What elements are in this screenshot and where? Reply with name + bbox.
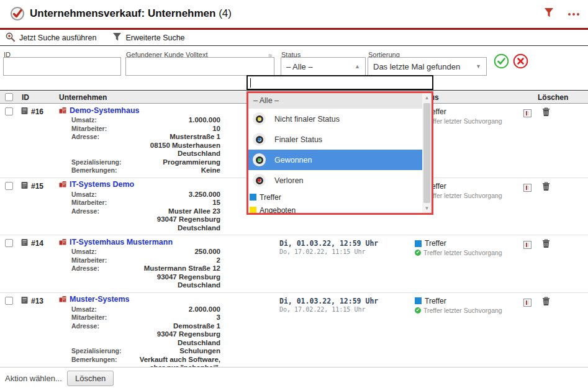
detail-label: Bemerkungen:	[71, 356, 133, 364]
trash-icon[interactable]	[542, 182, 550, 194]
found-date: Di, 01.03.22, 12:59 Uhr	[279, 297, 378, 305]
detail-label: Umsatz:	[71, 305, 133, 314]
advanced-search-label: Erweiterte Suche	[125, 34, 184, 42]
id-filter-input[interactable]	[3, 57, 121, 76]
open-record-icon[interactable]	[523, 298, 531, 309]
chevron-down-icon: ▼	[476, 63, 481, 70]
dropdown-option[interactable]: Nicht finaler Status	[248, 109, 422, 129]
open-record-icon[interactable]	[523, 183, 531, 194]
detail-value: Keine	[133, 166, 220, 175]
status-text: Treffer	[425, 297, 446, 305]
detail-value: Verkauft auch Software,	[133, 356, 220, 364]
detail-value: Deutschland	[133, 281, 220, 290]
detail-value: 3	[133, 314, 220, 322]
action-select[interactable]: Aktion wählen...	[5, 374, 62, 383]
row-id: #16	[31, 107, 43, 116]
footer-bar: Aktion wählen... Löschen	[0, 367, 588, 388]
detail-label: Bemerkungen:	[71, 166, 133, 175]
dropdown-search-input[interactable]	[247, 75, 433, 90]
detail-value: 2.000.000	[133, 305, 220, 314]
status-radio-icon	[253, 133, 266, 146]
detail-value: 2	[133, 256, 220, 265]
detail-label	[71, 273, 133, 282]
dropdown-option[interactable]: Gewonnen	[248, 150, 422, 170]
radio-dot	[258, 179, 261, 182]
status-filter-combobox[interactable]: – Alle – ▲	[281, 57, 366, 76]
detail-value: 93047 Regensburg	[133, 215, 220, 224]
detail-line: Adresse:Mustermann Straße 12	[71, 264, 239, 273]
detail-label	[71, 215, 133, 224]
status-subtext: Treffer letzter Suchvorgang	[423, 248, 502, 257]
trash-icon[interactable]	[542, 239, 550, 251]
detail-label	[71, 142, 133, 150]
delete-button[interactable]: Löschen	[67, 371, 114, 386]
sort-filter-combobox[interactable]: Das letzte Mal gefunden ▼	[368, 57, 487, 76]
dropdown-option[interactable]: Angeboten	[248, 204, 422, 215]
company-link[interactable]: IT-Systems Demo	[70, 180, 134, 189]
company-name-line: IT-Systemhaus Mustermann	[59, 237, 239, 246]
table-row: #14IT-Systemhaus MustermannUmsatz:250.00…	[0, 235, 588, 293]
detail-value: Deutschland	[133, 339, 220, 348]
status-square-icon	[250, 194, 256, 201]
detail-label	[71, 330, 133, 339]
scroll-down-icon[interactable]: ▼	[422, 204, 432, 213]
detail-value: 93047 Regensburg	[133, 330, 220, 339]
page-title: Unternehmensverkauf: Unternehmen (4)	[30, 7, 232, 20]
fulltext-filter-input[interactable]	[125, 57, 274, 76]
detail-label	[71, 224, 133, 233]
detail-value: Programmierung	[133, 158, 220, 167]
open-record-icon[interactable]	[523, 240, 531, 251]
run-search-button[interactable]: Jetzt Suche ausführen	[5, 32, 96, 44]
more-options-icon[interactable]	[568, 13, 579, 16]
company-details: Umsatz:2.000.000Mitarbeiter:3Adresse:Dem…	[71, 305, 239, 372]
row-id: #15	[31, 182, 43, 191]
row-checkbox[interactable]	[5, 297, 13, 305]
company-type-icon	[59, 179, 66, 190]
status-text: Treffer	[425, 239, 446, 248]
row-id-cell: #15	[21, 181, 43, 191]
dropdown-scrollbar[interactable]: ▲ ▼	[422, 93, 432, 213]
company-type-icon	[59, 294, 66, 305]
detail-value: 15	[133, 199, 220, 207]
company-type-icon	[59, 237, 66, 248]
confirm-search-button[interactable]	[494, 53, 509, 71]
row-checkbox[interactable]	[5, 182, 13, 190]
row-checkbox[interactable]	[5, 239, 13, 247]
radio-ring	[256, 177, 263, 184]
detail-value: 10	[133, 125, 220, 133]
radio-dot	[258, 117, 261, 120]
column-header-id: ID	[22, 93, 29, 102]
previous-date: Do, 17.02.22, 11:15 Uhr	[279, 305, 378, 314]
select-all-checkbox[interactable]	[5, 93, 13, 101]
company-link[interactable]: Demo-Systemhaus	[70, 106, 140, 115]
open-record-icon[interactable]	[523, 109, 531, 120]
trash-icon[interactable]	[542, 107, 550, 119]
detail-value: 93047 Regensburg	[133, 273, 220, 282]
row-id-cell: #16	[21, 107, 43, 117]
status-cell: Treffer✔Treffer letzter Suchvorgang	[415, 297, 502, 315]
dropdown-option[interactable]: Treffer	[248, 191, 422, 204]
detail-label	[71, 150, 133, 158]
dropdown-option-all[interactable]: – Alle –	[248, 93, 422, 109]
company-link[interactable]: IT-Systemhaus Mustermann	[70, 238, 173, 246]
detail-line: Mitarbeiter:3	[71, 314, 239, 322]
company-type-icon	[59, 105, 66, 116]
company-link[interactable]: Muster-Systems	[70, 295, 130, 304]
radio-ring	[256, 156, 263, 164]
dropdown-option[interactable]: Finaler Status	[248, 129, 422, 150]
cancel-search-button[interactable]	[513, 53, 528, 71]
dropdown-option[interactable]: Verloren	[248, 170, 422, 191]
company-cell: Muster-SystemsUmsatz:2.000.000Mitarbeite…	[59, 295, 239, 372]
found-date: Di, 01.03.22, 12:59 Uhr	[279, 239, 378, 248]
detail-line: 93047 Regensburg	[71, 215, 239, 224]
column-header-company: Unternehmen	[59, 93, 107, 102]
filter-icon[interactable]	[543, 7, 554, 20]
trash-icon[interactable]	[542, 297, 550, 309]
scrollbar-thumb[interactable]	[423, 103, 430, 203]
advanced-search-button[interactable]: Erweiterte Suche	[112, 32, 184, 43]
scroll-up-icon[interactable]: ▲	[422, 93, 432, 102]
detail-line: 93047 Regensburg	[71, 330, 239, 339]
dropdown-option-label: Angeboten	[260, 206, 296, 215]
detail-line: Deutschland	[71, 339, 239, 348]
row-checkbox[interactable]	[5, 107, 13, 115]
